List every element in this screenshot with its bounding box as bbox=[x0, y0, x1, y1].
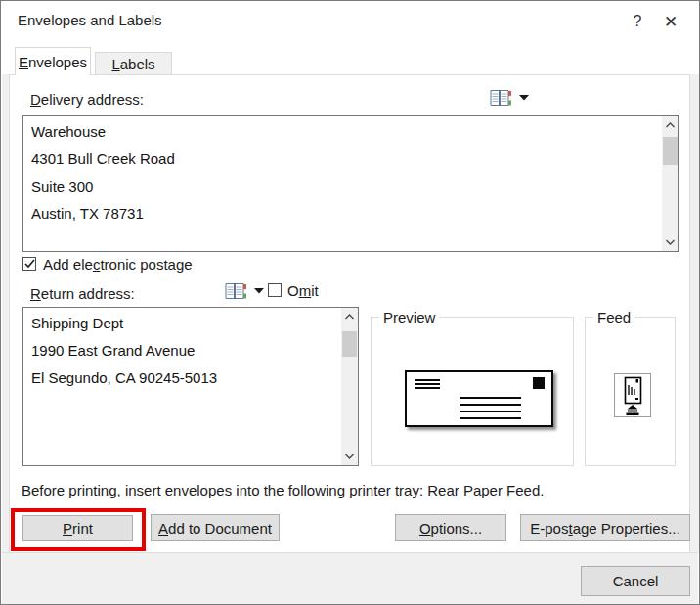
address-book-icon bbox=[488, 86, 512, 109]
chevron-up-icon bbox=[345, 314, 354, 320]
scrollbar-thumb[interactable] bbox=[663, 137, 678, 165]
delivery-address-label: Delivery address: bbox=[30, 91, 144, 108]
tab-envelopes[interactable]: Envelopes bbox=[15, 47, 91, 75]
scroll-up-button[interactable] bbox=[662, 117, 678, 133]
dialog-left-margin bbox=[2, 74, 9, 553]
return-address-label: Return address: bbox=[30, 285, 135, 302]
scroll-down-button[interactable] bbox=[341, 449, 358, 464]
tab-labels-label: Labels bbox=[111, 56, 154, 72]
add-to-document-button[interactable]: Add to Document bbox=[151, 514, 280, 541]
check-icon bbox=[24, 259, 35, 269]
title-bar: Envelopes and Labels ? ✕ bbox=[2, 1, 698, 46]
dialog-title: Envelopes and Labels bbox=[18, 12, 162, 28]
tab-labels[interactable]: Labels bbox=[95, 52, 172, 74]
delivery-address-text: Warehouse 4301 Bull Creek Road Suite 300… bbox=[31, 118, 659, 228]
chevron-down-icon bbox=[345, 454, 354, 459]
return-address-text: Shipping Dept 1990 East Grand Avenue El … bbox=[31, 310, 338, 392]
scroll-down-button[interactable] bbox=[662, 235, 678, 250]
close-icon: ✕ bbox=[664, 12, 678, 32]
scrollbar-thumb[interactable] bbox=[342, 331, 357, 357]
envelopes-and-labels-dialog: Envelopes and Labels ? ✕ Envelopes Label… bbox=[0, 0, 700, 605]
options-button[interactable]: Options... bbox=[395, 514, 506, 541]
delivery-address-input[interactable]: Warehouse 4301 Bull Creek Road Suite 300… bbox=[22, 115, 679, 252]
envelope-feed-graphic bbox=[614, 373, 651, 417]
tab-envelopes-label: Envelopes bbox=[19, 54, 87, 70]
printer-tray-note: Before printing, insert envelopes into t… bbox=[22, 482, 544, 498]
return-scrollbar[interactable] bbox=[341, 308, 358, 465]
chevron-down-icon bbox=[666, 239, 675, 245]
dialog-right-margin bbox=[690, 74, 700, 553]
omit-label[interactable]: Omit bbox=[287, 282, 319, 299]
stamp-graphic bbox=[533, 377, 545, 389]
delivery-address-book-button[interactable] bbox=[488, 86, 529, 109]
envelope-preview-graphic bbox=[405, 370, 553, 427]
print-button-highlight bbox=[11, 508, 146, 551]
return-address-book-button[interactable] bbox=[223, 280, 264, 303]
return-address-input[interactable]: Shipping Dept 1990 East Grand Avenue El … bbox=[22, 307, 359, 466]
preview-group-label: Preview bbox=[379, 309, 439, 325]
epostage-properties-button[interactable]: E-postage Properties... bbox=[520, 514, 690, 541]
help-button[interactable]: ? bbox=[622, 7, 653, 36]
chevron-up-icon bbox=[666, 122, 675, 128]
feed-group-label: Feed bbox=[593, 309, 634, 325]
add-electronic-postage-label[interactable]: Add electronic postage bbox=[43, 256, 193, 273]
add-electronic-postage-checkbox[interactable] bbox=[22, 257, 36, 271]
cancel-button[interactable]: Cancel bbox=[581, 566, 690, 596]
chevron-down-icon bbox=[519, 95, 529, 101]
close-button[interactable]: ✕ bbox=[655, 7, 686, 36]
scroll-up-button[interactable] bbox=[341, 309, 358, 324]
delivery-scrollbar[interactable] bbox=[662, 116, 678, 251]
chevron-down-icon bbox=[254, 288, 264, 294]
omit-checkbox[interactable] bbox=[268, 283, 282, 297]
help-icon: ? bbox=[634, 13, 642, 30]
address-book-icon bbox=[223, 280, 247, 303]
